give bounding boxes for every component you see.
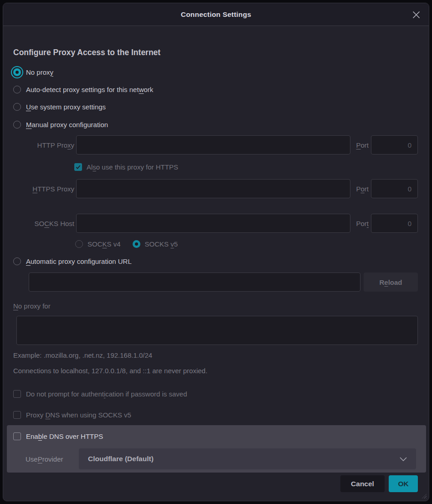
radio-row-no-proxy[interactable]: No proxy (13, 67, 53, 77)
enable-doh-row[interactable]: Enable DNS over HTTPS (13, 431, 103, 442)
radio-system-proxy-label: Use system proxy settings (26, 103, 106, 111)
socks-version-row: SOCKS v4 SOCKS v5 (75, 238, 178, 249)
socks-v5-label: SOCKS v5 (145, 240, 178, 248)
radio-row-auto-detect[interactable]: Auto-detect proxy settings for this netw… (13, 84, 153, 95)
radio-row-system-proxy[interactable]: Use system proxy settings (13, 101, 106, 112)
radio-manual-proxy-label: Manual proxy configuration (26, 121, 108, 129)
localhost-note-text: Connections to localhost, 127.0.0.1/8, a… (13, 367, 207, 375)
http-proxy-input[interactable] (76, 135, 350, 154)
socks-host-label: SOCKS Host (13, 214, 74, 233)
no-proxy-for-label: No proxy for (13, 302, 51, 310)
radio-manual-proxy[interactable] (13, 121, 21, 129)
http-port-label: Port (349, 135, 369, 154)
radio-auto-url-label: Automatic proxy configuration URL (26, 257, 132, 265)
close-icon[interactable] (411, 9, 422, 20)
https-proxy-label: HTTPS Proxy (13, 179, 74, 198)
radio-no-proxy-label: No proxy (26, 68, 53, 76)
no-prompt-auth-row[interactable]: Do not prompt for authentication if pass… (13, 388, 187, 399)
socks-host-input[interactable] (76, 214, 350, 233)
dialog-title: Connection Settings (181, 10, 252, 19)
https-port-label: Port (349, 179, 369, 198)
radio-auto-detect[interactable] (13, 86, 21, 93)
use-provider-label: Use Provider (26, 448, 63, 469)
radio-socks-v4[interactable] (75, 240, 83, 248)
also-https-checkbox[interactable] (74, 163, 82, 171)
https-port-input[interactable] (371, 179, 418, 198)
socks-port-input[interactable] (371, 214, 418, 233)
dialog-titlebar: Connection Settings (3, 3, 429, 26)
no-proxy-for-textarea[interactable] (16, 316, 418, 345)
proxy-dns-checkbox[interactable] (13, 411, 21, 419)
chevron-down-icon (400, 457, 407, 461)
socks-port-label: Port (349, 214, 369, 233)
radio-row-manual-proxy[interactable]: Manual proxy configuration (13, 119, 108, 130)
also-https-row[interactable]: Also use this proxy for HTTPS (74, 161, 178, 172)
ok-button[interactable]: OK (389, 475, 418, 492)
proxy-dns-row[interactable]: Proxy DNS when using SOCKS v5 (13, 409, 131, 420)
cancel-button[interactable]: Cancel (340, 475, 385, 492)
provider-dropdown[interactable]: Cloudflare (Default) (79, 448, 416, 469)
connection-settings-dialog: Connection Settings Configure Proxy Acce… (3, 3, 429, 501)
no-proxy-example-text: Example: .mozilla.org, .net.nz, 192.168.… (13, 351, 152, 359)
reload-button[interactable]: Reload (364, 273, 418, 292)
radio-system-proxy[interactable] (13, 103, 21, 111)
auto-url-input[interactable] (29, 273, 360, 292)
screen: Connection Settings Configure Proxy Acce… (0, 0, 432, 504)
enable-doh-label: Enable DNS over HTTPS (26, 432, 103, 440)
radio-row-auto-url[interactable]: Automatic proxy configuration URL (13, 256, 132, 267)
proxy-dns-label: Proxy DNS when using SOCKS v5 (26, 411, 131, 419)
radio-no-proxy[interactable] (13, 68, 21, 76)
resize-grip[interactable] (421, 493, 427, 499)
also-https-label: Also use this proxy for HTTPS (87, 163, 178, 171)
radio-auto-detect-label: Auto-detect proxy settings for this netw… (26, 86, 153, 93)
radio-socks-v5[interactable] (133, 240, 140, 248)
https-proxy-input[interactable] (76, 179, 350, 198)
no-prompt-auth-checkbox[interactable] (13, 390, 21, 398)
no-prompt-auth-label: Do not prompt for authentication if pass… (26, 390, 187, 398)
page-title: Configure Proxy Access to the Internet (13, 48, 160, 57)
radio-auto-url[interactable] (13, 257, 21, 265)
provider-dropdown-value: Cloudflare (Default) (88, 455, 154, 463)
enable-doh-checkbox[interactable] (13, 432, 21, 440)
http-proxy-label: HTTP Proxy (13, 135, 74, 154)
http-port-input[interactable] (371, 135, 418, 154)
socks-v4-label: SOCKS v4 (87, 240, 121, 248)
